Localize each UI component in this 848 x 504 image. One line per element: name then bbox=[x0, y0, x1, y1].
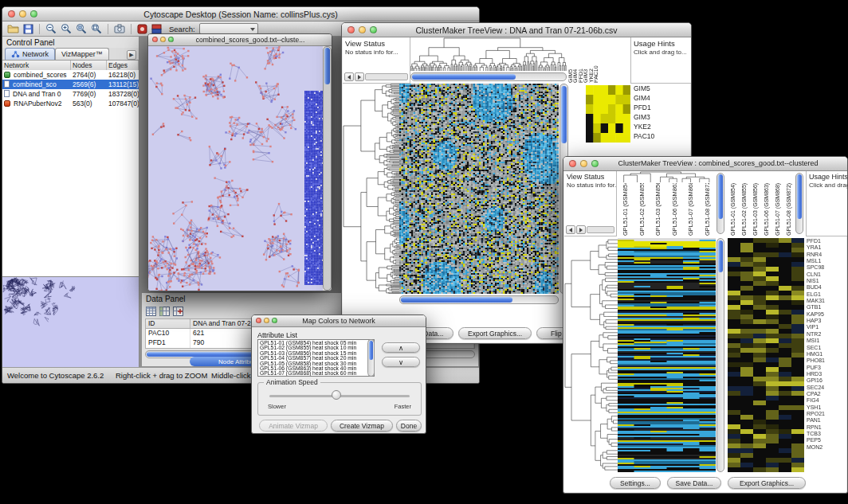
column-header-nodes[interactable]: Nodes bbox=[71, 61, 107, 70]
minimize-button[interactable] bbox=[580, 160, 587, 167]
scrollbar-thumb[interactable] bbox=[797, 174, 802, 219]
scrollbar-thumb[interactable] bbox=[718, 240, 723, 272]
birdseye-view-canvas[interactable] bbox=[2, 276, 139, 367]
usage-hints-title: Usage Hints bbox=[631, 37, 692, 48]
zoom-heatmap-canvas[interactable] bbox=[728, 238, 804, 472]
network-name-cell: DNA and Tran 0 bbox=[2, 90, 71, 98]
export-graphics-button[interactable]: Export Graphics... bbox=[458, 327, 532, 339]
column-header-network[interactable]: Network bbox=[2, 61, 71, 70]
save-icon[interactable] bbox=[23, 22, 33, 35]
scrollbar-thumb[interactable] bbox=[324, 48, 330, 84]
minimize-button[interactable] bbox=[359, 26, 366, 33]
treeview-dna-titlebar[interactable]: ClusterMaker TreeView : DNA and Tran 07-… bbox=[342, 23, 691, 37]
zoom-heatmap-canvas[interactable] bbox=[586, 85, 630, 143]
settings-button[interactable]: Settings... bbox=[610, 477, 661, 489]
nav-left-button[interactable] bbox=[344, 72, 354, 81]
network-table-row[interactable]: RNAPuberNov2 563(0) 107847(0) bbox=[2, 99, 139, 108]
main-titlebar[interactable]: Cytoscape Desktop (Session Name: collins… bbox=[2, 7, 479, 21]
speed-slider-thumb[interactable] bbox=[332, 390, 341, 400]
network-type-icon bbox=[4, 80, 10, 88]
zoom-out-icon[interactable] bbox=[45, 22, 57, 35]
tab-network[interactable]: Network bbox=[5, 48, 55, 60]
attribute-table-icon[interactable] bbox=[146, 305, 156, 319]
network-nodes-cell: 2764(0) bbox=[71, 71, 107, 79]
column-header-edges[interactable]: Edges bbox=[107, 61, 139, 70]
column-dendrogram-canvas[interactable] bbox=[618, 171, 716, 182]
close-button[interactable] bbox=[347, 26, 355, 33]
close-button[interactable] bbox=[152, 37, 158, 42]
move-down-button[interactable]: ∨ bbox=[382, 357, 420, 367]
zoom-selected-icon[interactable] bbox=[76, 22, 87, 35]
zoom-fit-icon[interactable] bbox=[91, 22, 102, 35]
animate-vizmap-button[interactable]: Animate Vizmap bbox=[259, 420, 328, 432]
listbox-vscrollbar[interactable] bbox=[367, 339, 375, 377]
tab-vizmapper[interactable]: VizMapper™ bbox=[55, 48, 109, 60]
nav-right-button[interactable] bbox=[355, 72, 364, 81]
column-dendrogram-canvas[interactable] bbox=[410, 37, 567, 71]
close-button[interactable] bbox=[569, 160, 576, 167]
vizmapper-icon[interactable] bbox=[137, 22, 147, 35]
network-table-row[interactable]: combined_sco 2569(6) 13112(15) bbox=[2, 80, 139, 89]
create-attribute-icon[interactable] bbox=[173, 305, 183, 319]
column-hscrollbar[interactable] bbox=[410, 72, 567, 81]
row-dendrogram-canvas[interactable] bbox=[343, 84, 399, 294]
heatmap-hscrollbar[interactable] bbox=[399, 295, 559, 304]
move-up-button[interactable]: ∧ bbox=[382, 342, 420, 353]
column-label: GPL51-02 (GSM855) bbox=[739, 171, 750, 236]
top-vscrollbar[interactable] bbox=[716, 173, 724, 234]
network-view-titlebar[interactable]: combined_scores_good.txt--cluste... bbox=[148, 34, 332, 46]
close-button[interactable] bbox=[8, 10, 15, 18]
gene-label: FIG4 bbox=[807, 397, 846, 404]
create-vizmap-button[interactable]: Create Vizmap bbox=[331, 420, 393, 432]
attribute-listbox[interactable]: GPL51-01 (GSM854) heat shock 05 minGPL51… bbox=[257, 339, 375, 377]
network-vscrollbar[interactable] bbox=[323, 46, 332, 291]
window-controls bbox=[8, 10, 37, 18]
row-dendrogram-canvas[interactable] bbox=[564, 238, 618, 472]
select-attributes-icon[interactable] bbox=[159, 305, 170, 319]
global-column-labels: GPL51-01 (GSM854)GPL51-02 (GSM855)GPL51-… bbox=[618, 183, 716, 236]
column-header-id[interactable]: ID bbox=[146, 319, 190, 328]
status-welcome: Welcome to Cytoscape 2.6.2 bbox=[7, 371, 104, 380]
search-input[interactable] bbox=[199, 23, 258, 34]
heatmap-canvas[interactable] bbox=[618, 238, 716, 472]
scrollbar-thumb[interactable] bbox=[369, 341, 373, 360]
gene-label: KAP95 bbox=[807, 311, 846, 318]
minimize-button[interactable] bbox=[160, 37, 166, 42]
dialog-titlebar[interactable]: Map Colors to Network bbox=[252, 315, 426, 327]
open-folder-icon[interactable] bbox=[7, 22, 19, 35]
heatmap-canvas[interactable] bbox=[399, 84, 559, 294]
nav-scrollbar[interactable] bbox=[365, 73, 408, 80]
top-vscrollbar-2[interactable] bbox=[795, 173, 803, 234]
scrollbar-thumb[interactable] bbox=[561, 86, 567, 143]
save-data-button[interactable]: Save Data... bbox=[667, 477, 721, 489]
nav-scrollbar[interactable] bbox=[587, 226, 614, 233]
scrollbar-thumb[interactable] bbox=[401, 297, 512, 303]
gene-label: PUF3 bbox=[807, 365, 846, 371]
column-label: GPL51-03 (GSM856) bbox=[750, 171, 761, 236]
done-button[interactable]: Done bbox=[396, 420, 422, 432]
network-graph-canvas[interactable] bbox=[148, 46, 323, 291]
network-table-row[interactable]: combined_scores 2764(0) 16218(0) bbox=[2, 70, 139, 80]
gene-label: MON2 bbox=[807, 444, 846, 451]
network-table-row[interactable]: DNA and Tran 0 7769(0) 183728(0) bbox=[2, 89, 139, 99]
attribute-list-item[interactable]: GPL51-07 (GSM868) heat shock 60 min bbox=[260, 371, 372, 376]
zoom-button[interactable] bbox=[370, 26, 377, 33]
nav-right-button[interactable] bbox=[576, 225, 586, 234]
animation-speed-label: Animation Speed bbox=[264, 378, 320, 386]
scrollbar-thumb[interactable] bbox=[718, 174, 723, 219]
snapshot-icon[interactable] bbox=[114, 22, 125, 35]
export-graphics-button[interactable]: Export Graphics... bbox=[728, 477, 806, 489]
close-button[interactable] bbox=[256, 318, 261, 323]
zoom-button[interactable] bbox=[30, 10, 37, 18]
tab-overflow-button[interactable]: ▶ bbox=[127, 50, 136, 60]
scrollbar-thumb[interactable] bbox=[412, 74, 516, 80]
heatmap-vscrollbar[interactable] bbox=[716, 238, 724, 472]
minimize-button[interactable] bbox=[264, 318, 269, 323]
usage-hints-text: Click and drag to... bbox=[631, 48, 692, 57]
network-name-cell: combined_sco bbox=[2, 80, 71, 88]
zoom-in-icon[interactable] bbox=[61, 22, 72, 35]
nav-left-button[interactable] bbox=[566, 225, 575, 234]
zoom-button[interactable] bbox=[168, 37, 174, 42]
minimize-button[interactable] bbox=[19, 10, 26, 18]
treeview-combined-titlebar[interactable]: ClusterMaker TreeView : combined_scores_… bbox=[563, 157, 847, 171]
